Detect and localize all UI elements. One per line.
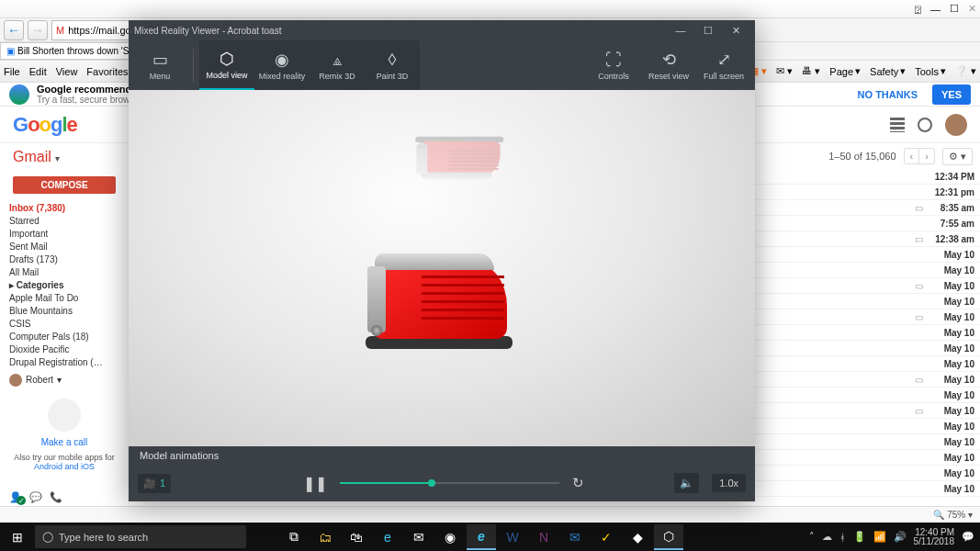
sound-button[interactable]: 🔈 xyxy=(674,473,699,493)
menu-file[interactable]: File xyxy=(4,66,20,77)
mail-icon[interactable]: ✉ ▾ xyxy=(776,65,793,77)
hangouts-person-icon[interactable]: 👤✓ xyxy=(9,491,22,503)
label-icon: ▭ xyxy=(915,281,923,291)
3d-stage[interactable] xyxy=(129,90,755,446)
sidebar-item[interactable]: Dioxide Pacific xyxy=(4,343,125,355)
store-icon[interactable]: 🛍 xyxy=(342,524,371,550)
back-button[interactable]: ← xyxy=(4,20,24,40)
paint-3d-button[interactable]: ◊Paint 3D xyxy=(365,40,420,90)
sidebar-item[interactable]: Blue Mountains xyxy=(4,304,125,317)
reset-view-button[interactable]: ⟲Reset view xyxy=(641,40,696,90)
pager[interactable]: ‹› xyxy=(904,148,935,164)
no-thanks-button[interactable]: NO THANKS xyxy=(850,84,925,105)
menu-view[interactable]: View xyxy=(56,66,78,77)
remix-3d-button[interactable]: ⟁Remix 3D xyxy=(310,40,365,90)
cmd-tools[interactable]: Tools ▾ xyxy=(915,65,946,77)
sidebar-item[interactable]: CSIS xyxy=(4,317,125,330)
controls-button[interactable]: ⛶Controls xyxy=(586,40,641,90)
close-icon[interactable]: ✕ xyxy=(968,3,976,15)
norton-icon[interactable]: ✓ xyxy=(591,524,621,550)
phone-icon xyxy=(48,399,81,432)
print-icon[interactable]: 🖶 ▾ xyxy=(802,65,820,77)
chrome-icon xyxy=(9,84,29,105)
settings-gear-icon[interactable]: ⚙ ▾ xyxy=(942,148,973,165)
sidebar-item[interactable]: Important xyxy=(4,227,125,240)
mail-date: 12:31 pm xyxy=(929,187,974,197)
camera-selector[interactable]: 🎥1 xyxy=(138,474,171,493)
mixed-reality-button[interactable]: ◉Mixed reality xyxy=(254,40,310,90)
speed-button[interactable]: 1.0x xyxy=(712,474,746,492)
onedrive-icon[interactable]: ☁ xyxy=(822,531,832,543)
animations-label: Model animations xyxy=(129,446,755,465)
close-icon[interactable]: ✕ xyxy=(722,25,749,37)
mrv-toolbar: ▭Menu ⬡Model view ◉Mixed reality ⟁Remix … xyxy=(129,40,755,90)
gmail-sidebar: Gmail ▾ COMPOSE Inbox (7,380)StarredImpo… xyxy=(0,143,129,514)
start-button[interactable]: ⊞ xyxy=(0,530,35,545)
mrv-taskbar-icon[interactable]: ⬡ xyxy=(654,524,683,550)
user-chip[interactable]: Robert ▾ xyxy=(4,372,125,388)
battery-icon[interactable]: 🔋 xyxy=(853,531,866,543)
minimize-icon[interactable]: — xyxy=(667,25,694,36)
onenote-icon[interactable]: N xyxy=(529,524,558,550)
edge-icon[interactable]: e xyxy=(373,524,402,550)
mail-date: 8:35 am xyxy=(929,203,974,213)
taskbar-search[interactable]: ◯Type here to search xyxy=(35,525,246,548)
sidebar-item[interactable]: ▸ Categories xyxy=(4,278,125,291)
wifi-icon[interactable]: 📶 xyxy=(873,531,886,543)
timeline-slider[interactable] xyxy=(340,482,559,484)
sidebar-item[interactable]: All Mail xyxy=(4,265,125,278)
bluetooth-icon[interactable]: ᚼ xyxy=(839,532,846,543)
help-icon[interactable]: ⍰ xyxy=(915,4,921,15)
thunderbird-icon[interactable]: ✉ xyxy=(560,524,590,550)
mail-date: May 10 xyxy=(929,437,974,447)
menu-button[interactable]: ▭Menu xyxy=(132,40,187,90)
full-screen-button[interactable]: ⤢Full screen xyxy=(696,40,751,90)
hangouts-chat-icon[interactable]: 💬 xyxy=(29,491,42,503)
cmd-page[interactable]: Page ▾ xyxy=(829,65,861,77)
cmd-safety[interactable]: Safety ▾ xyxy=(870,65,906,77)
task-view-icon[interactable]: ⧉ xyxy=(279,524,309,550)
maximize-icon[interactable]: ☐ xyxy=(950,3,959,15)
label-icon: ▭ xyxy=(915,312,923,322)
tray-up-icon[interactable]: ˄ xyxy=(809,531,815,543)
mixed-reality-viewer-window: Mixed Reality Viewer - Acrobat toast — ☐… xyxy=(129,20,755,501)
avatar[interactable] xyxy=(945,114,967,136)
ie-taskbar-icon[interactable]: e xyxy=(467,524,496,550)
word-icon[interactable]: W xyxy=(498,524,527,550)
mail-date: May 10 xyxy=(929,453,974,463)
menu-edit[interactable]: Edit xyxy=(29,66,47,77)
minimize-icon[interactable]: — xyxy=(930,4,941,15)
app-icon[interactable]: ◆ xyxy=(623,524,652,550)
notifications-tray-icon[interactable]: 💬 xyxy=(962,531,974,543)
pause-button[interactable]: ❚❚ xyxy=(303,475,327,492)
hangouts-phone-icon[interactable]: 📞 xyxy=(50,491,62,503)
help-icon[interactable]: ❔ ▾ xyxy=(955,65,976,77)
sidebar-item[interactable]: Inbox (7,380) xyxy=(4,201,125,214)
sidebar-item[interactable]: Computer Pals (18) xyxy=(4,330,125,343)
model-view-button[interactable]: ⬡Model view xyxy=(199,40,254,90)
sidebar-item[interactable]: Starred xyxy=(4,214,125,227)
sidebar-item[interactable]: Drafts (173) xyxy=(4,253,125,265)
compose-button[interactable]: COMPOSE xyxy=(13,176,116,194)
zoom-level[interactable]: 🔍 75% ▾ xyxy=(933,510,973,520)
gmail-brand: Gmail ▾ xyxy=(4,149,125,173)
make-call-link[interactable]: Make a call xyxy=(13,437,116,447)
mail-date: May 10 xyxy=(929,468,974,478)
toaster-model[interactable] xyxy=(366,246,513,349)
sidebar-item[interactable]: Drupal Registration (… xyxy=(4,355,125,368)
yes-button[interactable]: YES xyxy=(932,84,971,105)
sidebar-item[interactable]: Apple Mail To Do xyxy=(4,291,125,304)
explorer-icon[interactable]: 🗂 xyxy=(310,524,340,550)
forward-button[interactable]: → xyxy=(28,20,48,40)
chrome-taskbar-icon[interactable]: ◉ xyxy=(435,524,465,550)
clock[interactable]: 12:40 PM5/11/2018 xyxy=(914,528,955,546)
mail-icon[interactable]: ✉ xyxy=(404,524,434,550)
loop-button[interactable]: ↻ xyxy=(572,475,584,491)
cortana-icon: ◯ xyxy=(42,531,53,543)
notifications-icon[interactable] xyxy=(918,118,932,132)
volume-icon[interactable]: 🔊 xyxy=(894,531,907,543)
maximize-icon[interactable]: ☐ xyxy=(694,25,722,37)
menu-favorites[interactable]: Favorites xyxy=(86,66,128,77)
sidebar-item[interactable]: Sent Mail xyxy=(4,240,125,253)
apps-icon[interactable] xyxy=(890,118,905,132)
